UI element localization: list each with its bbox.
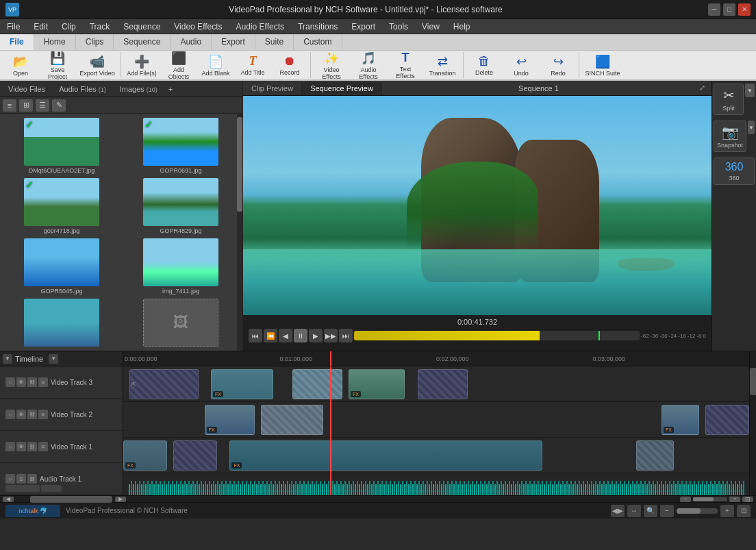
add-files-button[interactable]: ➕ Add File(s) (124, 51, 160, 79)
audio-pan-slider[interactable] (41, 485, 62, 492)
menu-edit[interactable]: Edit (27, 21, 55, 33)
track-settings-btn-2[interactable]: ≡ (38, 410, 48, 419)
track-link-btn-2[interactable]: ⛓ (27, 410, 37, 419)
clip-v3-3[interactable] (292, 369, 342, 399)
menu-sequence[interactable]: Sequence (116, 21, 167, 33)
add-media-button[interactable]: + (168, 85, 173, 93)
track-lock-btn-1[interactable]: 👁 (16, 442, 26, 451)
go-end-button[interactable]: ⏭ (339, 329, 353, 342)
media-scrollbar[interactable] (237, 114, 242, 351)
clip-v2-1[interactable]: FX (205, 405, 255, 435)
master-zoom-slider[interactable] (677, 508, 718, 514)
record-button[interactable]: ⏺ Record (272, 51, 307, 79)
split-button[interactable]: ✂ Split (714, 84, 744, 115)
track-lock-btn-3[interactable]: 👁 (16, 377, 26, 387)
timeline-collapse-btn[interactable]: ▼ (3, 354, 12, 364)
rewind-button[interactable]: ◀ (279, 329, 292, 342)
menu-video-effects[interactable]: Video Effects (167, 21, 229, 33)
media-item-2[interactable]: ✓ gopr4718.jpg (3, 177, 121, 236)
clip-v1-end[interactable] (636, 440, 674, 471)
audio-solo-btn-1[interactable]: S (16, 474, 26, 484)
clip-v2-4[interactable] (705, 405, 749, 435)
ribbon-tab-home[interactable]: Home (34, 34, 76, 50)
undo-button[interactable]: ↩ Undo (503, 51, 539, 79)
open-button[interactable]: 📂 Open (3, 51, 38, 79)
media-item-4[interactable]: GOPR5045.jpg (3, 237, 121, 296)
fullscreen-button[interactable]: ⤢ (695, 82, 709, 95)
delete-button[interactable]: 🗑 Delete (466, 51, 502, 79)
minimize-button[interactable]: ─ (708, 3, 720, 16)
redo-button[interactable]: ↪ Redo (540, 51, 576, 79)
media-toolbar-btn4[interactable]: ✎ (52, 99, 66, 112)
maximize-button[interactable]: □ (723, 3, 735, 16)
status-btn3[interactable]: 🔍 (644, 505, 657, 517)
menu-track[interactable]: Track (83, 21, 117, 33)
track-mute-btn-2[interactable]: ○ (5, 410, 15, 419)
progress-bar[interactable] (354, 331, 640, 340)
add-objects-button[interactable]: ⬛ Add Objects (161, 51, 197, 79)
menu-audio-effects[interactable]: Audio Effects (229, 21, 292, 33)
track-settings-btn-3[interactable]: ≡ (38, 377, 48, 387)
clip-v3-2[interactable]: FX (211, 369, 273, 399)
status-btn1[interactable]: ◀▶ (611, 505, 625, 517)
clip-v3-4[interactable]: FX (349, 369, 405, 399)
h-scrollbar-thumb[interactable] (30, 496, 112, 503)
play-button[interactable]: ▶ (309, 329, 323, 342)
ribbon-tab-audio[interactable]: Audio (171, 34, 212, 50)
save-project-button[interactable]: 💾 Save Project (40, 51, 75, 79)
media-toolbar-btn2[interactable]: ⊞ (19, 99, 33, 112)
media-item-1[interactable]: ✓ GOPR0691.jpg (122, 116, 240, 175)
pause-button[interactable]: ⏸ (294, 329, 307, 342)
tab-video-files[interactable]: Video Files (3, 83, 51, 95)
video-effects-button[interactable]: ✨ Video Effects (314, 51, 349, 79)
timeline-v-scrollbar[interactable] (749, 366, 756, 495)
scroll-left-btn[interactable]: ◀ (3, 497, 14, 502)
media-item-0[interactable]: ✓ DMqt6CiUEAAO2ET.jpg (3, 116, 121, 175)
audio-volume-slider[interactable] (5, 485, 40, 492)
ribbon-tab-file[interactable]: File (0, 34, 34, 50)
nch-suite-button[interactable]: 🟦 S!NCH Suite (582, 51, 623, 79)
360-button[interactable]: 360 360 (714, 158, 755, 185)
media-toolbar-btn1[interactable]: ≡ (3, 99, 16, 112)
timeline-dropdown-btn[interactable]: ▼ (49, 354, 58, 364)
menu-clip[interactable]: Clip (55, 21, 83, 33)
prev-frame-button[interactable]: ⏪ (264, 329, 277, 342)
status-btn4[interactable]: − (660, 505, 674, 517)
transition-button[interactable]: ⇄ Transition (425, 51, 460, 79)
media-item-5[interactable]: img_7411.jpg (122, 237, 240, 296)
track-settings-btn-1[interactable]: ≡ (38, 442, 48, 451)
menu-export[interactable]: Export (344, 21, 382, 33)
sequence-preview-tab[interactable]: Sequence Preview (302, 82, 382, 95)
text-effects-button[interactable]: T Text Effects (388, 51, 423, 79)
media-toolbar-btn3[interactable]: ☰ (36, 99, 49, 112)
zoom-out-btn[interactable]: − (680, 497, 691, 502)
media-item-7[interactable]: 🖼 (122, 297, 240, 349)
zoom-in-btn[interactable]: + (729, 497, 740, 502)
zoom-slider[interactable] (693, 497, 727, 501)
clip-v2-2[interactable] (261, 405, 323, 435)
clip-v1-2[interactable] (173, 440, 217, 471)
menu-file[interactable]: File (0, 21, 27, 33)
status-btn6[interactable]: ⊡ (737, 505, 751, 517)
clip-v2-3[interactable]: FX (662, 405, 699, 435)
menu-transitions[interactable]: Transitions (291, 21, 344, 33)
clip-preview-tab[interactable]: Clip Preview (243, 82, 302, 95)
scroll-right-btn[interactable]: ▶ (115, 497, 126, 502)
ribbon-tab-custom[interactable]: Custom (294, 34, 342, 50)
fit-timeline-btn[interactable]: ⊡ (742, 497, 753, 502)
media-item-3[interactable]: GOPR4829.jpg (122, 177, 240, 236)
menu-help[interactable]: Help (446, 21, 477, 33)
track-link-btn-1[interactable]: ⛓ (27, 442, 37, 451)
clip-v1-main[interactable]: FX (229, 440, 542, 471)
go-start-button[interactable]: ⏮ (249, 329, 262, 342)
audio-link-btn-1[interactable]: ⛓ (27, 474, 37, 484)
ribbon-tab-sequence[interactable]: Sequence (114, 34, 171, 50)
add-blank-button[interactable]: 📄 Add Blank (198, 51, 234, 79)
export-video-button[interactable]: 📹 Export Video (77, 51, 118, 79)
status-btn5[interactable]: + (720, 505, 734, 517)
timeline-h-scrollbar[interactable]: ◀ ▶ − + ⊡ (0, 495, 756, 502)
split-dropdown[interactable]: ▼ (745, 84, 755, 97)
ribbon-tab-export[interactable]: Export (212, 34, 255, 50)
status-btn2[interactable]: ↔ (627, 505, 641, 517)
ribbon-tab-suite[interactable]: Suite (255, 34, 294, 50)
